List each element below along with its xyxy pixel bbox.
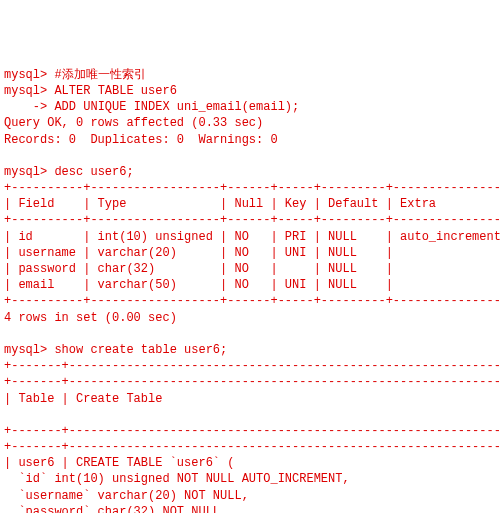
- create-table-line: `id` int(10) unsigned NOT NULL AUTO_INCR…: [4, 472, 350, 486]
- table-border: +-------+-------------------------------…: [4, 424, 500, 438]
- create-table-line: | user6 | CREATE TABLE `user6` (: [4, 456, 234, 470]
- table-header: | Table | Create Table: [4, 392, 162, 406]
- table-row: | email | varchar(50) | NO | UNI | NULL …: [4, 278, 500, 292]
- table-header: | Field | Type | Null | Key | Default | …: [4, 197, 500, 211]
- table-blank: |: [4, 408, 500, 422]
- table-border: +-------+-------------------------------…: [4, 440, 500, 454]
- sql-line: ALTER TABLE user6: [54, 84, 176, 98]
- table-border: +----------+------------------+------+--…: [4, 294, 500, 308]
- terminal-output: mysql> #添加唯一性索引 mysql> ALTER TABLE user6…: [4, 67, 496, 513]
- cont-prompt: ->: [4, 100, 47, 114]
- create-table-line: `password` char(32) NOT NULL,: [4, 505, 227, 513]
- table-row: | username | varchar(20) | NO | UNI | NU…: [4, 246, 500, 260]
- prompt: mysql>: [4, 68, 47, 82]
- comment: #添加唯一性索引: [54, 68, 145, 82]
- table-row: | password | char(32) | NO | | NULL | |: [4, 262, 500, 276]
- table-border: +-------+-------------------------------…: [4, 375, 500, 389]
- prompt: mysql>: [4, 165, 47, 179]
- create-table-line: `username` varchar(20) NOT NULL,: [4, 489, 249, 503]
- sql-line: show create table user6;: [54, 343, 227, 357]
- result-line: 4 rows in set (0.00 sec): [4, 311, 177, 325]
- sql-line: ADD UNIQUE INDEX uni_email(email);: [54, 100, 299, 114]
- result-line: Query OK, 0 rows affected (0.33 sec): [4, 116, 263, 130]
- sql-line: desc user6;: [54, 165, 133, 179]
- table-border: +----------+------------------+------+--…: [4, 181, 500, 195]
- table-border: +-------+-------------------------------…: [4, 359, 500, 373]
- table-row: | id | int(10) unsigned | NO | PRI | NUL…: [4, 230, 500, 244]
- prompt: mysql>: [4, 343, 47, 357]
- result-line: Records: 0 Duplicates: 0 Warnings: 0: [4, 133, 278, 147]
- prompt: mysql>: [4, 84, 47, 98]
- table-border: +----------+------------------+------+--…: [4, 213, 500, 227]
